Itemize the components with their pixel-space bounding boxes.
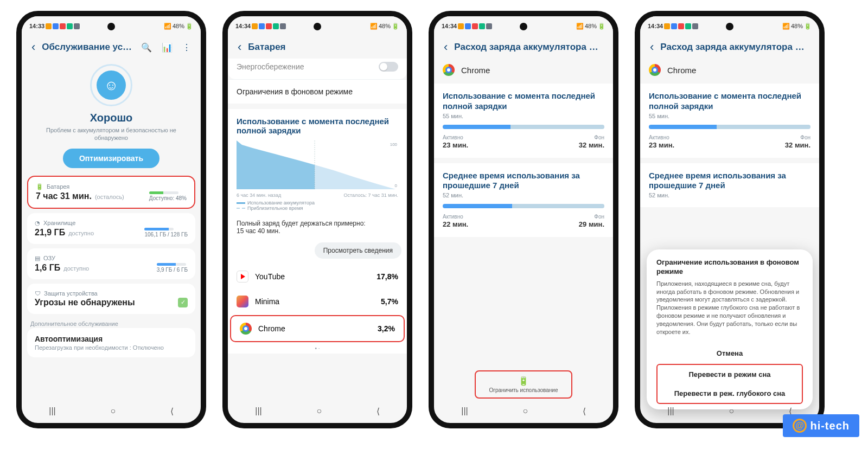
sleep-button[interactable]: Перевести в режим сна xyxy=(658,365,802,384)
camera-notch xyxy=(107,23,115,30)
usage-block: Использование с момента последней полной… xyxy=(228,109,407,354)
status-time: 14:34 xyxy=(235,23,251,29)
app-row-chrome[interactable]: Chrome 3,2% xyxy=(230,315,405,342)
optimize-button[interactable]: Оптимизировать xyxy=(63,149,159,168)
nav-bar: ||| ○ ⟨ xyxy=(22,402,201,420)
battery-icon: 🔋 xyxy=(392,23,399,30)
nav-back-icon[interactable]: ⟨ xyxy=(583,406,586,416)
ram-icon: ▤ xyxy=(35,255,40,262)
avg-7d-section: Среднее время использования за прошедшие… xyxy=(434,163,613,238)
restrict-usage-button[interactable]: 🔋 Ограничить использование xyxy=(475,370,572,399)
at-icon: @ xyxy=(793,419,807,433)
back-icon[interactable]: ‹ xyxy=(444,41,448,53)
cancel-button[interactable]: Отмена xyxy=(656,344,803,363)
tray-icon xyxy=(53,23,59,29)
tray-icon xyxy=(74,23,80,29)
chrome-icon xyxy=(240,323,252,335)
chart-legend: Использование аккумулятора Приблизительн… xyxy=(228,200,407,215)
shield-icon: 🛡 xyxy=(35,290,41,297)
nav-back-icon[interactable]: ⟨ xyxy=(376,406,380,416)
nav-home-icon[interactable]: ○ xyxy=(110,406,116,416)
search-icon[interactable]: 🔍 xyxy=(141,42,152,53)
battery-restrict-icon: 🔋 xyxy=(476,376,571,386)
tray-icon xyxy=(67,23,73,29)
protection-card[interactable]: 🛡Защита устройства Угрозы не обнаружены … xyxy=(27,284,195,314)
tray-icon xyxy=(46,23,52,29)
back-icon[interactable]: ‹ xyxy=(31,41,35,53)
hero-title: Хорошо xyxy=(38,112,184,124)
nav-home-icon[interactable]: ○ xyxy=(729,406,734,416)
svg-text:0: 0 xyxy=(395,183,398,188)
dialog-title: Ограничение использования в фоновом режи… xyxy=(656,258,803,277)
app-row-minima[interactable]: Minima 5,7% xyxy=(228,289,407,314)
header: ‹ Батарея xyxy=(228,33,407,59)
nav-recents-icon[interactable]: ||| xyxy=(255,406,261,416)
battery-icon: 🔋 xyxy=(186,23,193,30)
since-charge-section: Использование с момента последней полной… xyxy=(434,84,613,158)
hero-sub: Проблем с аккумулятором и безопасностью … xyxy=(38,126,184,142)
nav-recents-icon[interactable]: ||| xyxy=(49,406,55,416)
nav-home-icon[interactable]: ○ xyxy=(522,406,528,416)
restrict-dialog: Ограничение использования в фоновом режи… xyxy=(647,249,813,409)
bg-limits-item[interactable]: Ограничения в фоновом режиме xyxy=(228,80,407,104)
back-icon[interactable]: ‹ xyxy=(650,41,654,53)
chrome-icon xyxy=(443,64,455,76)
camera-notch xyxy=(726,23,733,30)
page-title: Расход заряда аккумулятора в пр… xyxy=(454,42,603,53)
battery-small-icon: 🔋 xyxy=(36,183,43,190)
back-icon[interactable]: ‹ xyxy=(238,41,241,53)
app-header: Chrome xyxy=(434,59,613,84)
phone-4: 14:34 📶48%🔋 ‹ Расход заряда аккумулятора… xyxy=(635,11,825,428)
device-care-hero: ☺ Хорошо Проблем с аккумулятором и безоп… xyxy=(27,59,195,176)
battery-card[interactable]: 🔋Батарея 7 час 31 мин.(осталось) Доступн… xyxy=(27,176,195,209)
camera-notch xyxy=(520,23,527,30)
ram-card[interactable]: ▤ОЗУ 1,6 ГБдоступно 3,9 ГБ / 6 ГБ xyxy=(27,248,195,279)
chart-icon[interactable]: 📊 xyxy=(162,42,173,53)
chrome-icon xyxy=(649,64,661,76)
pager-dots: • · xyxy=(228,343,407,354)
header: ‹ Обслуживание устро… 🔍 📊 ⋮ xyxy=(22,33,201,59)
camera-notch xyxy=(314,23,321,30)
youtube-icon xyxy=(237,271,248,283)
phone-1: 14:33 📶 48% 🔋 ‹ Обслуживание устро… 🔍 📊 … xyxy=(16,11,206,428)
storage-icon: ◔ xyxy=(35,220,40,227)
extra-section-label: Дополнительное обслуживание xyxy=(27,318,195,328)
minima-icon xyxy=(237,296,248,307)
power-save-item[interactable]: Энергосбережение xyxy=(228,59,407,79)
svg-text:100: 100 xyxy=(390,142,398,147)
app-row-youtube[interactable]: YouTube 17,8% xyxy=(228,264,407,289)
page-title: Расход заряда аккумулятора в пр… xyxy=(660,42,809,53)
nav-home-icon[interactable]: ○ xyxy=(316,406,322,416)
signal-icon: 📶 xyxy=(164,23,171,30)
dialog-body: Приложения, находящиеся в режиме сна, бу… xyxy=(656,280,803,336)
deep-sleep-button[interactable]: Перевести в реж. глубокого сна xyxy=(658,384,802,403)
nav-recents-icon[interactable]: ||| xyxy=(667,406,674,416)
status-time: 14:33 xyxy=(29,23,44,29)
auto-optim-card[interactable]: Автооптимизация Перезагрузка при необход… xyxy=(27,328,195,357)
watermark: @ hi-tech xyxy=(783,414,859,437)
storage-card[interactable]: ◔Хранилище 21,9 ГБдоступно 106,1 ГБ / 12… xyxy=(27,213,195,244)
view-details-button[interactable]: Просмотреть сведения xyxy=(315,242,401,259)
battery-pct: 48% xyxy=(173,23,184,29)
phone-3: 14:34 📶48%🔋 ‹ Расход заряда аккумулятора… xyxy=(429,11,618,428)
toggle-off-icon[interactable] xyxy=(379,62,398,72)
smiley-icon: ☺ xyxy=(97,70,126,100)
shield-ok-icon: ✓ xyxy=(178,298,188,307)
page-title: Обслуживание устро… xyxy=(42,42,135,53)
phone-2: 14:34 📶48%🔋 ‹ Батарея Энергосбережение О… xyxy=(222,11,412,428)
signal-icon: 📶 xyxy=(370,23,378,30)
more-icon[interactable]: ⋮ xyxy=(182,42,191,53)
page-title: Батарея xyxy=(248,42,397,53)
nav-back-icon[interactable]: ⟨ xyxy=(170,406,174,416)
nav-recents-icon[interactable]: ||| xyxy=(461,406,468,416)
tray-icon xyxy=(60,23,66,29)
usage-title: Использование с момента последней полной… xyxy=(228,109,407,137)
battery-chart: 100 0 xyxy=(228,137,407,191)
